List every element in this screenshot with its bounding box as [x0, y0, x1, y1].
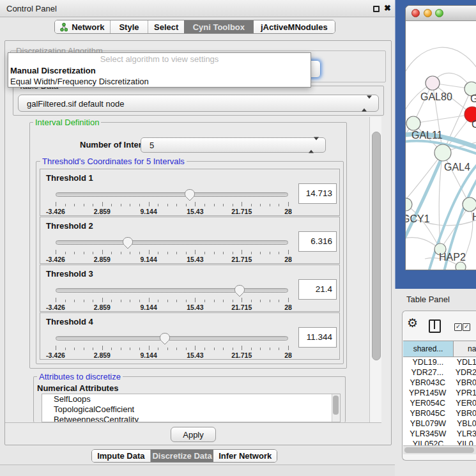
slider-tick	[251, 348, 252, 350]
table-row[interactable]: YDR27...YDR2	[403, 367, 476, 378]
slider-track[interactable]	[56, 240, 288, 245]
node-gal4[interactable]	[434, 144, 451, 161]
interval-definition-label: Interval Definition	[33, 118, 101, 127]
threshold-value-field[interactable]: 6.316	[298, 231, 337, 252]
tab-jactivemnodules[interactable]: jActiveMNodules	[254, 20, 335, 33]
slider-scale-label: 21.715	[231, 351, 252, 359]
dropdown-option-equal-width[interactable]: Equal Width/Frequency Discretization	[8, 76, 311, 87]
slider-tick	[195, 202, 196, 206]
slider-track[interactable]	[56, 288, 288, 293]
slider-tick	[149, 202, 150, 206]
tab-label: jActiveMNodules	[261, 22, 328, 32]
table-row[interactable]: YDL19...YDL1	[403, 357, 476, 367]
attribute-list-item[interactable]: BetweennessCentrality	[42, 415, 340, 422]
slider-track[interactable]	[56, 192, 288, 197]
node-table: shared... na YDL19...YDL1YDR27...YDR2YBR…	[403, 341, 476, 445]
tab-style[interactable]: Style	[111, 20, 149, 33]
tab-network[interactable]: Network	[55, 20, 111, 33]
threshold-slider[interactable]: -3.4262.8599.14415.4321.71528	[56, 284, 288, 311]
table-row[interactable]: YIL052CYIL0	[403, 439, 476, 445]
threshold-value-field[interactable]: 21.4	[298, 279, 337, 300]
table-data-combobox[interactable]: galFiltered.sif default node	[18, 95, 379, 112]
slider-tick	[270, 204, 270, 206]
threshold-label: Threshold 2	[46, 221, 93, 231]
cell-name: YBL0	[453, 418, 476, 429]
node-right-mid[interactable]	[463, 197, 476, 211]
node-gal11[interactable]	[406, 116, 420, 130]
column-header-shared[interactable]: shared...	[403, 341, 454, 357]
scrollbar-thumb[interactable]	[372, 132, 381, 360]
numerical-attributes-label: Numerical Attributes	[37, 383, 118, 393]
threshold-slider[interactable]: -3.4262.8599.14415.4321.71528	[56, 188, 288, 215]
slider-handle[interactable]	[184, 188, 196, 201]
tab-impute-data[interactable]: Impute Data	[92, 450, 151, 462]
slider-tick	[186, 204, 187, 206]
slider-tick	[93, 348, 93, 350]
tab-infer-network[interactable]: Infer Network	[213, 450, 277, 462]
table-row[interactable]: YBR043CYBR0	[403, 378, 476, 388]
gear-icon[interactable]: ⚙	[407, 317, 418, 329]
minimize-traffic-light-icon[interactable]	[424, 9, 432, 17]
checkbox-icon[interactable]: ✓	[454, 323, 462, 331]
scrollbar-thumb[interactable]	[404, 447, 474, 453]
node-bottom[interactable]	[456, 262, 466, 270]
threshold-panel-4: Threshold 4 -3.4262.8599.14415.4321.7152…	[40, 312, 340, 360]
slider-scale-labels: -3.4262.8599.14415.4321.71528	[56, 303, 288, 311]
slider-tick	[158, 348, 158, 350]
threshold-value-field[interactable]: 14.713	[298, 183, 337, 204]
attributes-group-label: Attributes to discretize	[37, 372, 123, 381]
network-graph: GAL80 GA C GAL11 GAL4 GCY1 H HAP2	[406, 21, 476, 270]
checkbox-icon[interactable]: ✓	[463, 323, 470, 331]
tab-select[interactable]: Select	[148, 20, 184, 33]
tab-cyni-toolbox[interactable]: Cyni Toolbox	[184, 20, 254, 33]
threshold-slider[interactable]: -3.4262.8599.14415.4321.71528	[56, 332, 288, 359]
close-icon[interactable]: ✖	[384, 3, 391, 13]
slider-handle[interactable]	[122, 236, 134, 249]
tab-discretize-data[interactable]: Discretize Data	[151, 450, 214, 462]
slider-scale-label: 21.715	[231, 256, 252, 263]
cell-name: YBR0	[452, 408, 476, 418]
split-columns-icon[interactable]	[429, 319, 441, 333]
combobox-value: 5	[150, 141, 154, 150]
slider-tick	[139, 348, 140, 350]
table-row[interactable]: YER054CYER0	[403, 398, 476, 408]
threshold-value-field[interactable]: 11.344	[298, 327, 337, 348]
slider-tick	[195, 298, 196, 302]
table-row[interactable]: YBL079WYBL0	[403, 418, 476, 429]
vertical-scrollbar[interactable]	[369, 117, 381, 422]
slider-tick	[84, 252, 84, 254]
apply-button[interactable]: Apply	[171, 427, 216, 442]
slider-scale-label: 2.859	[94, 208, 111, 215]
horizontal-scrollbar[interactable]	[403, 445, 476, 454]
table-row[interactable]: YLR345WYLR3	[403, 429, 476, 439]
table-panel-section: Table Panel ⚙ ✓ ✓ shared... na YDL19...Y…	[395, 289, 476, 476]
node-gal80[interactable]	[426, 76, 440, 90]
table-row[interactable]: YPR145WYPR1	[403, 388, 476, 398]
threshold-slider[interactable]: -3.4262.8599.14415.4321.71528	[56, 236, 288, 263]
float-window-icon[interactable]	[373, 6, 380, 12]
cell-shared-name: YBR043C	[403, 378, 452, 388]
slider-tick	[65, 252, 66, 254]
table-row[interactable]: YBR045CYBR0	[403, 408, 476, 418]
zoom-traffic-light-icon[interactable]	[435, 9, 443, 17]
tab-label: Network	[72, 22, 104, 32]
dropdown-option-manual[interactable]: Manual Discretization	[8, 65, 311, 76]
attribute-list-item[interactable]: SelfLoops	[42, 394, 340, 404]
slider-scale-label: 28	[284, 303, 292, 311]
cell-shared-name: YBL079W	[403, 418, 453, 429]
number-of-intervals-combobox[interactable]: 5	[141, 137, 326, 153]
column-header-name[interactable]: na	[454, 341, 476, 357]
slider-track[interactable]	[56, 336, 288, 341]
slider-handle[interactable]	[234, 284, 245, 297]
close-traffic-light-icon[interactable]	[411, 9, 420, 17]
network-window-titlebar[interactable]	[406, 6, 476, 21]
list-scrollbar[interactable]	[332, 394, 340, 422]
scrollbar-thumb[interactable]	[333, 395, 339, 415]
attribute-list-item[interactable]: TopologicalCoefficient	[42, 404, 340, 415]
network-view-window[interactable]: GAL80 GA C GAL11 GAL4 GCY1 H HAP2	[405, 5, 476, 270]
slider-scale-label: 2.859	[94, 351, 111, 359]
cell-name: YPR1	[452, 388, 476, 398]
numerical-attributes-list[interactable]: SelfLoopsTopologicalCoefficientBetweenne…	[42, 394, 341, 422]
network-canvas[interactable]: GAL80 GA C GAL11 GAL4 GCY1 H HAP2	[406, 21, 476, 270]
slider-handle[interactable]	[159, 332, 171, 345]
